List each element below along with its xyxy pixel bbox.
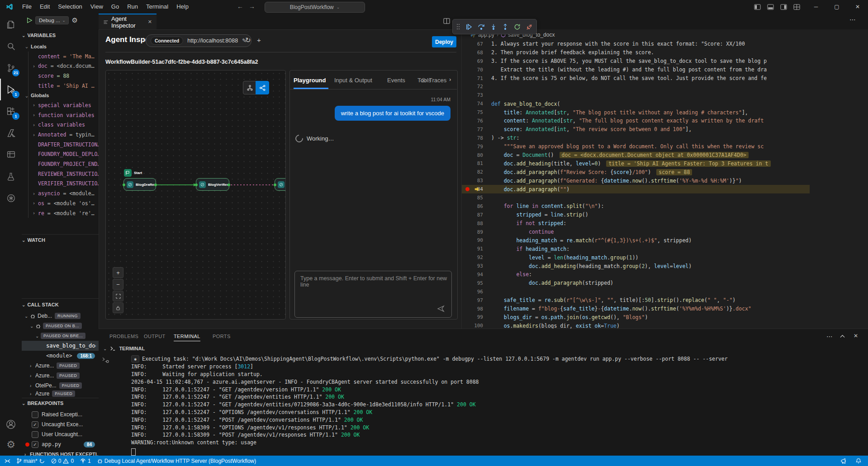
menu-help[interactable]: Help — [172, 3, 193, 10]
variable-row[interactable]: DRAFTER_INSTRUCTION… — [24, 140, 99, 150]
activity-run-debug[interactable]: 1 — [0, 79, 22, 100]
call-stack-row[interactable]: ⌄Deb...RUNNING — [22, 311, 99, 321]
call-stack-row[interactable]: ›Azure...PAUSED — [22, 361, 99, 371]
canvas-view-list-button[interactable] — [243, 81, 256, 94]
code-line-96[interactable]: 96 — [462, 287, 810, 296]
code-line-70[interactable]: 70 Extract the title (without the leadin… — [462, 66, 810, 74]
menu-go[interactable]: Go — [107, 3, 123, 10]
debug-session-item[interactable]: Debug Local Agent/Workflow HTTP Server (… — [94, 456, 259, 466]
call-stack-row[interactable]: ›AzurePAUSED — [22, 391, 99, 397]
call-stack-row[interactable]: ›Azure...PAUSED — [22, 371, 99, 381]
variable-row[interactable]: content = 'The Ma… — [24, 52, 99, 61]
code-line-67[interactable]: 671. Always start your response with the… — [462, 40, 810, 48]
input-port[interactable] — [274, 184, 276, 186]
ports-item[interactable]: 1 — [77, 456, 94, 466]
activity-remote-explorer[interactable] — [0, 144, 22, 165]
remote-indicator[interactable] — [0, 456, 14, 466]
nav-back-icon[interactable]: ← — [237, 3, 243, 10]
command-center-search[interactable]: BlogPostWorkflow ⌄ — [265, 2, 365, 13]
playground-tab-playground[interactable]: Playground — [294, 77, 326, 84]
panel-maximize-icon[interactable] — [840, 334, 845, 339]
breakpoint-checkbox[interactable]: ✓ — [32, 441, 38, 448]
variable-row[interactable]: FOUNDRY_PROJECT_END… — [24, 159, 99, 169]
call-stack-section-header[interactable]: ⌄CALL STACK — [22, 302, 99, 307]
debug-step-out-icon[interactable] — [502, 24, 508, 30]
code-line-78[interactable]: 78) -> str: — [462, 134, 810, 142]
problems-item[interactable]: 0 0 — [48, 456, 77, 466]
code-line-91[interactable]: 91 if heading_match: — [462, 245, 810, 253]
variable-row[interactable]: score = 88 — [24, 71, 99, 81]
variable-row[interactable]: ›doc = <docx.docum… — [24, 61, 99, 71]
variable-row[interactable]: VERIFIER_INSTRUCTIO… — [24, 179, 99, 189]
menu-terminal[interactable]: Terminal — [142, 3, 172, 10]
debug-start-icon[interactable] — [26, 17, 33, 24]
variable-row[interactable]: ›os = <module 'os'… — [24, 198, 99, 208]
breakpoints-section-header[interactable]: ⌄BREAKPOINTS — [22, 400, 99, 406]
panel-tab-output[interactable]: OUTPUT — [144, 334, 166, 339]
code-line-80[interactable]: 80 doc = Document()doc = <docx.document.… — [462, 151, 810, 160]
window-maximize-button[interactable]: ▢ — [826, 0, 847, 14]
activity-search[interactable] — [0, 35, 22, 57]
breakpoint-row[interactable]: ✓Uncaught Exce... — [22, 419, 99, 429]
code-line-81[interactable]: 81 doc.add_heading(title, level=0)title … — [462, 159, 810, 168]
code-line-71[interactable]: 714. If the score is 75 or below, do NOT… — [462, 74, 810, 83]
panel-more-actions-icon[interactable]: ⋯ — [826, 333, 833, 340]
call-stack-row[interactable]: ⌄PAUSED ON B... — [22, 321, 99, 331]
variable-row[interactable]: ›class variables — [24, 120, 99, 130]
breakpoint-row[interactable]: Raised Excepti... — [22, 410, 99, 419]
menu-view[interactable]: View — [86, 3, 107, 10]
node-blogdrafter[interactable]: BlogDrafter — [123, 178, 156, 191]
input-port[interactable] — [195, 184, 198, 186]
toggle-sidebar-icon[interactable] — [754, 4, 761, 10]
call-stack-row[interactable]: ⌄PAUSED ON BRE... — [22, 331, 99, 341]
playground-tab-traces[interactable]: Traces — [429, 77, 446, 84]
input-port[interactable] — [123, 184, 125, 186]
code-line-89[interactable]: 89 continue — [462, 228, 810, 236]
feedback-icon[interactable] — [838, 456, 850, 466]
code-line-77[interactable]: 77 score: Annotated[int, "The review sco… — [462, 125, 810, 134]
breakpoint-checkbox[interactable] — [32, 411, 38, 418]
refresh-icon[interactable]: ↻ — [245, 36, 251, 44]
panel-close-icon[interactable]: ✕ — [854, 333, 858, 339]
menu-file[interactable]: File — [18, 3, 36, 10]
zoom-out-button[interactable]: − — [113, 279, 123, 290]
fit-view-button[interactable] — [113, 291, 123, 301]
watch-section-header[interactable]: ⌄WATCH — [22, 237, 99, 243]
code-line-83[interactable]: 83 doc.add_paragraph(f"Generated: {datet… — [462, 176, 810, 185]
call-stack-row[interactable]: save_blog_to_docx — [22, 341, 99, 351]
debug-config-dropdown[interactable]: Debug ...⌄ — [35, 16, 69, 24]
code-line-82[interactable]: 82 doc.add_paragraph(f"Review Score: {sc… — [462, 168, 810, 176]
code-line-95[interactable]: 95 doc.add_paragraph(stripped) — [462, 279, 810, 287]
notifications-bell-icon[interactable] — [853, 456, 864, 466]
send-icon[interactable] — [437, 305, 445, 313]
variable-row[interactable]: ›function variables — [24, 110, 99, 120]
task-decoration-icon[interactable]: ✱ — [131, 355, 139, 362]
activity-azure[interactable] — [0, 122, 22, 144]
tabs-scroll-right-icon[interactable]: › — [449, 76, 451, 83]
call-stack-row[interactable]: <module>168:1 — [22, 351, 99, 361]
git-branch-item[interactable]: main* — [14, 456, 48, 466]
activity-source-control[interactable]: 21 — [0, 57, 22, 79]
activity-kubernetes[interactable] — [0, 187, 22, 209]
breakpoint-checkbox[interactable]: ✓ — [32, 421, 38, 428]
code-line-76[interactable]: 76 content: Annotated[str, "The full blo… — [462, 117, 810, 125]
playground-tab-input-output[interactable]: Input & Output — [334, 77, 372, 84]
deploy-button[interactable]: Deploy — [432, 36, 456, 47]
breakpoint-row[interactable]: ✓app.py84 — [22, 439, 99, 449]
variable-row[interactable]: REVIEWER_INSTRUCTIO… — [24, 169, 99, 179]
activity-explorer[interactable] — [0, 14, 22, 35]
drag-handle-icon[interactable] — [456, 24, 460, 30]
zoom-in-button[interactable]: + — [113, 267, 123, 278]
variable-row[interactable]: ›re = <module 're'… — [24, 208, 99, 218]
code-line-85[interactable]: 85 — [462, 193, 810, 202]
add-icon[interactable]: + — [257, 36, 261, 44]
window-close-button[interactable]: ✕ — [847, 0, 868, 14]
code-line-79[interactable]: 79 """Save an approved blog post to a Wo… — [462, 142, 810, 151]
code-line-98[interactable]: 98 filename = f"blog-{safe_title}-{datet… — [462, 305, 810, 313]
node-blogverifier[interactable]: BlogVerifier — [196, 178, 229, 191]
lock-button[interactable] — [113, 302, 123, 313]
code-line-84[interactable]: 84 doc.add_paragraph("") — [462, 185, 810, 193]
activity-test-explorer[interactable] — [0, 165, 22, 187]
playground-tab-events[interactable]: Events — [387, 77, 405, 84]
code-line-74[interactable]: 74def save_blog_to_docx( — [462, 99, 810, 108]
